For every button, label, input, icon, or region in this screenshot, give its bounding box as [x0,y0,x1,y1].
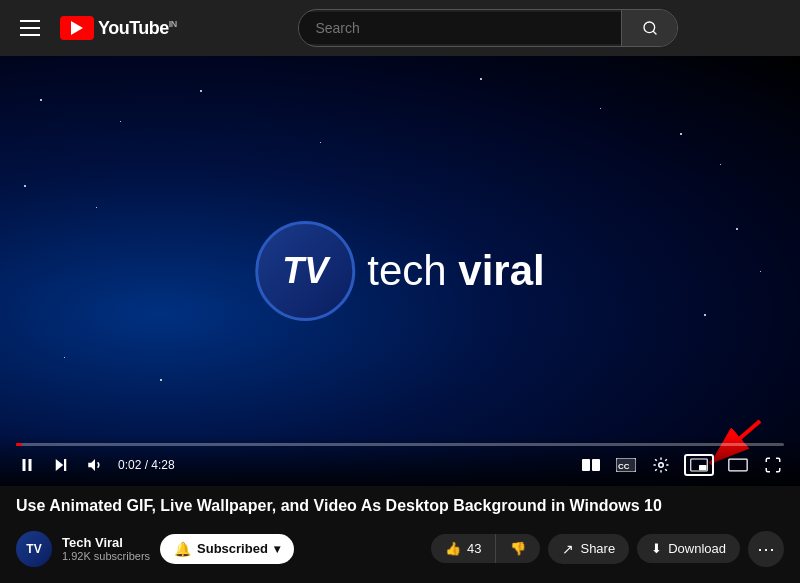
subscribe-label: Subscribed [197,541,268,556]
youtube-logo[interactable]: YouTubeIN [60,16,177,40]
header-left: YouTubeIN [16,16,177,40]
pause-button[interactable] [16,454,38,476]
dislike-icon: 👎 [510,541,526,556]
dislike-button[interactable]: 👎 [496,534,540,563]
progress-fill [16,443,22,446]
fullscreen-button[interactable] [762,454,784,476]
more-icon: ⋯ [757,538,775,560]
header: YouTubeIN [0,0,800,56]
captions-icon: CC [616,458,636,472]
search-bar [193,9,784,47]
channel-info: Tech Viral 1.92K subscribers [62,535,150,562]
video-controls: 0:02 / 4:28 CC [0,435,800,486]
channel-subscribers: 1.92K subscribers [62,550,150,562]
actions-right: 👍 43 👎 ↗ Share ⬇ Download ⋯ [431,531,784,567]
svg-rect-3 [29,459,32,471]
chapters-icon [582,459,600,471]
fullscreen-icon [764,456,782,474]
video-background: TV tech viral [0,56,800,486]
miniplayer-icon [690,458,708,472]
more-options-button[interactable]: ⋯ [748,531,784,567]
tv-brand-name: tech viral [367,247,544,295]
youtube-wordmark: YouTubeIN [98,18,177,39]
share-button[interactable]: ↗ Share [548,534,629,564]
controls-row: 0:02 / 4:28 CC [16,454,784,476]
miniplayer-button[interactable] [684,454,714,476]
search-input-wrap [298,9,678,47]
download-button[interactable]: ⬇ Download [637,534,740,563]
svg-marker-4 [56,459,64,471]
download-icon: ⬇ [651,541,662,556]
like-dislike-group: 👍 43 👎 [431,534,540,563]
bell-icon: 🔔 [174,541,191,557]
volume-button[interactable] [84,454,106,476]
search-icon [642,20,658,36]
video-title: Use Animated GIF, Live Wallpaper, and Vi… [16,496,784,517]
tv-initials: TV [282,250,328,292]
pause-icon [18,456,36,474]
channel-row: TV Tech Viral 1.92K subscribers 🔔 Subscr… [0,523,800,575]
search-button[interactable] [621,10,677,46]
share-label: Share [580,541,615,556]
chevron-down-icon: ▾ [274,542,280,556]
channel-avatar[interactable]: TV [16,531,52,567]
like-button[interactable]: 👍 43 [431,534,496,563]
menu-button[interactable] [16,16,44,40]
tech-viral-logo: TV tech viral [255,221,544,321]
settings-icon [652,456,670,474]
tv-circle: TV [255,221,355,321]
channel-name[interactable]: Tech Viral [62,535,150,550]
like-count: 43 [467,541,481,556]
theater-icon [728,458,748,472]
svg-rect-7 [582,459,590,471]
svg-rect-2 [23,459,26,471]
video-info: Use Animated GIF, Live Wallpaper, and Vi… [0,486,800,523]
search-input[interactable] [299,12,621,44]
controls-right: CC [580,454,784,476]
like-icon: 👍 [445,541,461,556]
svg-point-11 [659,463,664,468]
time-display: 0:02 / 4:28 [118,458,175,472]
svg-rect-5 [64,459,66,471]
svg-rect-13 [699,465,707,470]
download-label: Download [668,541,726,556]
svg-marker-6 [88,459,95,471]
captions-button[interactable]: CC [614,456,638,474]
youtube-icon [60,16,94,40]
svg-rect-14 [729,459,747,471]
settings-button[interactable] [650,454,672,476]
svg-rect-8 [592,459,600,471]
volume-icon [86,456,104,474]
chapters-button[interactable] [580,457,602,473]
skip-icon [52,456,70,474]
svg-text:CC: CC [618,462,630,471]
theater-button[interactable] [726,456,750,474]
skip-button[interactable] [50,454,72,476]
subscribe-button[interactable]: 🔔 Subscribed ▾ [160,534,294,564]
share-icon: ↗ [562,541,574,557]
progress-bar[interactable] [16,443,784,446]
video-player[interactable]: TV tech viral [0,56,800,486]
